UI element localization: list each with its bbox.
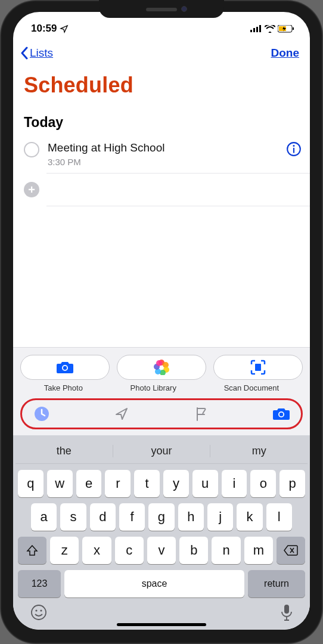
key-return[interactable]: return bbox=[248, 570, 305, 597]
chevron-left-icon bbox=[20, 47, 29, 60]
svg-rect-26 bbox=[284, 605, 289, 614]
key-a[interactable]: a bbox=[31, 503, 57, 531]
suggestion-3[interactable]: my bbox=[210, 445, 308, 457]
key-p[interactable]: p bbox=[279, 470, 305, 497]
back-label: Lists bbox=[30, 47, 53, 60]
key-shift[interactable] bbox=[18, 537, 46, 564]
svg-point-8 bbox=[293, 145, 294, 147]
camera-button[interactable] bbox=[272, 405, 290, 423]
key-t[interactable]: t bbox=[134, 470, 160, 497]
key-m[interactable]: m bbox=[244, 537, 273, 564]
scan-document-label: Scan Document bbox=[224, 383, 279, 392]
key-z[interactable]: z bbox=[50, 537, 79, 564]
key-q[interactable]: q bbox=[18, 470, 44, 497]
shift-icon bbox=[26, 544, 38, 556]
key-123[interactable]: 123 bbox=[18, 570, 61, 597]
completion-circle[interactable] bbox=[24, 142, 39, 157]
key-s[interactable]: s bbox=[60, 503, 86, 531]
wifi-icon bbox=[265, 25, 275, 33]
cellular-icon bbox=[250, 25, 262, 32]
photo-library-label: Photo Library bbox=[131, 383, 176, 392]
front-camera bbox=[181, 6, 187, 12]
backspace-icon bbox=[284, 545, 298, 556]
key-y[interactable]: y bbox=[163, 470, 189, 497]
key-l[interactable]: l bbox=[266, 503, 292, 531]
camera-icon bbox=[56, 361, 74, 374]
svg-point-24 bbox=[35, 609, 37, 611]
svg-point-18 bbox=[156, 360, 162, 366]
done-button[interactable]: Done bbox=[271, 47, 300, 60]
key-g[interactable]: g bbox=[148, 503, 174, 531]
reminder-toolbar bbox=[20, 398, 303, 429]
reminder-row[interactable]: Meeting at High School 3:30 PM bbox=[13, 135, 310, 173]
location-button[interactable] bbox=[113, 405, 131, 423]
svg-rect-9 bbox=[293, 148, 294, 153]
key-row-1: q w e r t y u i o p bbox=[15, 470, 308, 497]
mic-icon[interactable] bbox=[280, 603, 293, 621]
svg-rect-3 bbox=[259, 25, 261, 32]
nav-arrow-icon bbox=[114, 406, 129, 422]
keyboard: the your my q w e r t y u i o p a s d f bbox=[13, 435, 310, 630]
key-d[interactable]: d bbox=[90, 503, 116, 531]
location-arrow-icon bbox=[60, 24, 69, 33]
add-reminder-row[interactable]: + bbox=[13, 174, 310, 206]
key-c[interactable]: c bbox=[115, 537, 144, 564]
emoji-icon[interactable] bbox=[30, 603, 48, 621]
device-frame: 10:59 Lists Done Scheduled Today bbox=[0, 0, 323, 644]
key-w[interactable]: w bbox=[47, 470, 73, 497]
photos-icon bbox=[154, 360, 169, 375]
key-f[interactable]: f bbox=[119, 503, 145, 531]
svg-point-25 bbox=[40, 609, 42, 611]
key-row-4: 123 space return bbox=[15, 570, 308, 597]
key-r[interactable]: r bbox=[105, 470, 131, 497]
svg-rect-2 bbox=[256, 27, 258, 32]
key-b[interactable]: b bbox=[179, 537, 208, 564]
screen: 10:59 Lists Done Scheduled Today bbox=[13, 12, 310, 630]
svg-point-22 bbox=[279, 413, 283, 416]
status-bar: 10:59 bbox=[13, 16, 310, 42]
key-o[interactable]: o bbox=[250, 470, 276, 497]
svg-rect-1 bbox=[253, 28, 255, 32]
back-button[interactable]: Lists bbox=[20, 47, 53, 60]
svg-point-11 bbox=[63, 366, 67, 370]
key-e[interactable]: e bbox=[76, 470, 102, 497]
scan-icon bbox=[250, 360, 266, 375]
key-j[interactable]: j bbox=[207, 503, 233, 531]
key-v[interactable]: v bbox=[147, 537, 176, 564]
suggestion-bar: the your my bbox=[15, 439, 308, 464]
flag-button[interactable] bbox=[192, 405, 210, 423]
key-n[interactable]: n bbox=[212, 537, 240, 564]
key-h[interactable]: h bbox=[178, 503, 204, 531]
key-row-3: z x c v b n m bbox=[15, 537, 308, 564]
svg-point-23 bbox=[32, 605, 46, 620]
notch bbox=[99, 0, 224, 18]
scan-document-button[interactable] bbox=[213, 355, 303, 380]
clock-icon bbox=[33, 405, 50, 422]
take-photo-button[interactable] bbox=[20, 355, 110, 380]
reminder-time: 3:30 PM bbox=[48, 157, 281, 167]
battery-icon bbox=[278, 25, 294, 33]
info-icon[interactable] bbox=[286, 141, 302, 157]
time-button[interactable] bbox=[33, 405, 51, 423]
section-header-today: Today bbox=[13, 101, 310, 135]
svg-rect-6 bbox=[293, 27, 294, 30]
status-time: 10:59 bbox=[31, 23, 57, 35]
plus-circle-icon: + bbox=[24, 182, 39, 197]
svg-rect-19 bbox=[255, 364, 261, 371]
key-k[interactable]: k bbox=[237, 503, 262, 531]
key-backspace[interactable] bbox=[277, 537, 305, 564]
take-photo-label: Take Photo bbox=[44, 383, 83, 392]
suggestion-2[interactable]: your bbox=[113, 445, 211, 457]
reminder-title: Meeting at High School bbox=[48, 141, 281, 154]
svg-rect-0 bbox=[250, 30, 252, 32]
speaker bbox=[146, 8, 177, 11]
key-i[interactable]: i bbox=[222, 470, 247, 497]
flag-icon bbox=[194, 406, 209, 422]
key-u[interactable]: u bbox=[192, 470, 218, 497]
key-space[interactable]: space bbox=[64, 570, 244, 597]
photo-library-button[interactable] bbox=[117, 355, 206, 380]
nav-bar: Lists Done bbox=[13, 42, 310, 62]
key-x[interactable]: x bbox=[82, 537, 111, 564]
suggestion-1[interactable]: the bbox=[15, 445, 113, 457]
home-indicator[interactable] bbox=[117, 623, 206, 626]
